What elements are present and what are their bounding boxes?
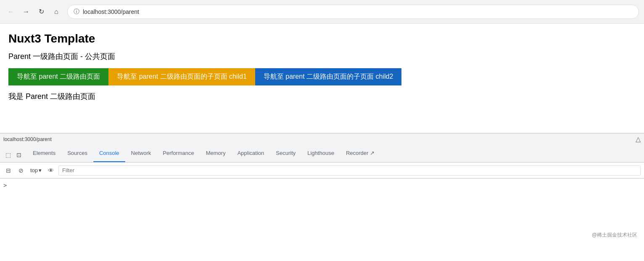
page-subtitle: Parent 一级路由页面 - 公共页面 <box>8 51 636 61</box>
devtools-statusbar: localhost:3000/parent △ <box>0 133 644 145</box>
tab-lighthouse[interactable]: Lighthouse <box>301 144 340 162</box>
tab-network[interactable]: Network <box>125 144 157 162</box>
console-content: > <box>0 178 644 229</box>
address-bar[interactable]: ⓘ localhost:3000/parent <box>67 5 639 19</box>
console-toolbar: ⊟ ⊘ top ▾ 👁 <box>0 162 644 178</box>
tab-performance[interactable]: Performance <box>157 144 200 162</box>
eye-filter-btn[interactable]: 👁 <box>46 165 56 176</box>
nav-child1-btn[interactable]: 导航至 parent 二级路由页面的子页面 child1 <box>108 68 255 85</box>
nav-child2-btn[interactable]: 导航至 parent 二级路由页面的子页面 child2 <box>255 68 402 85</box>
tab-security[interactable]: Security <box>270 144 301 162</box>
tab-console[interactable]: Console <box>93 144 125 162</box>
chevron-down-icon: ▾ <box>39 167 42 173</box>
nav-buttons-row: 导航至 parent 二级路由页面 导航至 parent 二级路由页面的子页面 … <box>8 68 636 85</box>
forward-button[interactable]: → <box>20 6 32 18</box>
security-info-icon: ⓘ <box>74 8 79 16</box>
tab-elements[interactable]: Elements <box>27 144 61 162</box>
tab-sources[interactable]: Sources <box>61 144 93 162</box>
tab-memory[interactable]: Memory <box>200 144 232 162</box>
devtools-status-url: localhost:3000/parent <box>3 136 52 142</box>
page-info: 我是 Parent 二级路由页面 <box>8 91 636 101</box>
inspect-element-btn[interactable]: ⬚ <box>3 150 13 160</box>
home-button[interactable]: ⌂ <box>50 6 62 18</box>
page-content: Nuxt3 Template Parent 一级路由页面 - 公共页面 导航至 … <box>0 24 644 133</box>
devtools-tabs: ⬚ ⊡ Elements Sources Console Network Per… <box>0 145 644 162</box>
back-button[interactable]: ← <box>5 6 17 18</box>
top-context-selector[interactable]: top ▾ <box>29 166 43 174</box>
watermark: @稀土掘金技术社区 <box>0 229 644 241</box>
devtools-icon-group: ⬚ ⊡ <box>3 150 24 162</box>
top-label: top <box>30 167 38 173</box>
devtools-status-icon: △ <box>636 135 641 143</box>
reload-button[interactable]: ↻ <box>35 6 47 18</box>
browser-chrome: ← → ↻ ⌂ ⓘ localhost:3000/parent <box>0 0 644 24</box>
filter-input[interactable] <box>58 165 641 176</box>
page-title: Nuxt3 Template <box>8 32 636 45</box>
clear-console-btn[interactable]: ⊘ <box>16 165 26 176</box>
url-text: localhost:3000/parent <box>83 8 139 15</box>
nav-buttons: ← → ↻ ⌂ <box>5 6 62 18</box>
sidebar-toggle-btn[interactable]: ⊟ <box>3 165 13 176</box>
console-caret[interactable]: > <box>3 180 641 190</box>
device-toggle-btn[interactable]: ⊡ <box>14 150 24 160</box>
tab-recorder[interactable]: Recorder ↗ <box>340 144 380 162</box>
tab-application[interactable]: Application <box>232 144 270 162</box>
nav-parent-btn[interactable]: 导航至 parent 二级路由页面 <box>8 68 108 85</box>
